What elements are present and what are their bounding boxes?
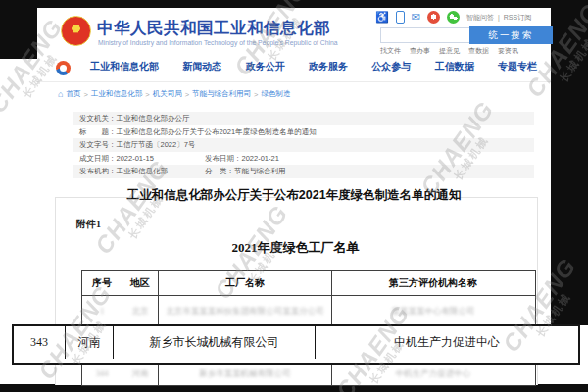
- blurred-row-seq: 1: [82, 295, 122, 326]
- meta-value: 2022-01-21: [242, 154, 279, 163]
- meta-label: 发布日期：: [205, 154, 242, 163]
- blurred-row-agency: 某某某某中心有限公司: [332, 295, 534, 326]
- nav-item-news[interactable]: 新闻动态: [182, 60, 221, 74]
- highlight-row-343: 343 河南 新乡市长城机械有限公司 中机生产力促进中心: [12, 324, 580, 365]
- weibo-icon[interactable]: [427, 11, 440, 24]
- header-divider: [37, 81, 551, 82]
- nav-item-participation[interactable]: 公众参与: [371, 60, 411, 74]
- breadcrumb-separator: >: [185, 90, 189, 99]
- quick-link-find-file[interactable]: 找文件: [380, 46, 401, 56]
- quick-link-data[interactable]: 查数据: [468, 46, 489, 56]
- meta-label: 分 类：: [205, 167, 234, 175]
- frame-right-bar: [551, 8, 588, 325]
- main-nav: 工业和信息化部 新闻动态 政务公开 政务服务 公众参与 工信数据 专题专栏: [90, 60, 537, 74]
- frame-left-bar: [0, 8, 37, 59]
- nav-item-gov-open[interactable]: 政务公开: [246, 60, 285, 74]
- highlight-seq: 343: [14, 326, 66, 359]
- green-factory-list-title: 2021年度绿色工厂名单: [55, 239, 536, 257]
- blurred-row-region: 北京: [122, 295, 158, 326]
- blurred-row-factory: 新乡市某某机械有限公司: [159, 362, 331, 385]
- col-header-factory: 工厂名称: [159, 271, 331, 295]
- search-input[interactable]: [380, 27, 473, 43]
- quick-link-services[interactable]: 查办事: [410, 46, 430, 56]
- breadcrumb-home[interactable]: 首页: [66, 89, 80, 99]
- mobile-icon[interactable]: [396, 11, 405, 24]
- meta-divider: |: [498, 14, 500, 21]
- document-metadata: 发文机关：工业和信息化部办公厅 标 题：工业和信息化部办公厅关于公布2021年度…: [74, 112, 534, 178]
- miit-webpage-screenshot: ★ 中华人民共和国工业和信息化部 Ministry of Industry an…: [0, 0, 588, 392]
- meta-label: 标 题：: [79, 127, 117, 136]
- col-header-region: 地区: [122, 271, 158, 295]
- blurred-row-seq: 344: [82, 362, 122, 385]
- blurred-row-agency: 中机生产力促进中心: [332, 362, 534, 385]
- meta-row-doc-number: 发文字号：工信厅节函〔2022〕7号: [74, 138, 534, 152]
- meta-value: 工业和信息化部办公厅关于公布2021年度绿色制造名单的通知: [117, 127, 317, 136]
- quick-link-news[interactable]: 要资讯: [498, 46, 518, 56]
- meta-value: 工信厅节函〔2022〕7号: [117, 140, 196, 149]
- col-header-agency: 第三方评价机构名称: [332, 271, 534, 295]
- highlight-factory: 新乡市长城机械有限公司: [114, 326, 316, 359]
- blurred-row-factory: 北京市某某某科技集团有限公司某某分公司: [159, 295, 331, 326]
- meta-row-title: 标 题：工业和信息化部办公厅关于公布2021年度绿色制造名单的通知: [74, 125, 534, 139]
- nav-item-ministry[interactable]: 工业和信息化部: [90, 60, 159, 74]
- site-subtitle: Ministry of Industry and Information Tec…: [98, 39, 338, 46]
- highlight-region: 河南: [66, 326, 114, 359]
- meta-label: 发文机关：: [79, 114, 117, 122]
- site-title: 中华人民共和国工业和信息化部: [97, 18, 330, 39]
- meta-value: 工业和信息化部: [117, 167, 169, 175]
- accessibility-icon[interactable]: ♿: [375, 11, 389, 24]
- header-utility-icons: ♿ ✉ 智能问答 | RSS订阅: [375, 10, 531, 24]
- notice-title: 工业和信息化部办公厅关于公布2021年度绿色制造名单的通知: [37, 187, 551, 204]
- attachment-label: 附件1: [76, 218, 101, 231]
- meta-value: 2022-01-15: [117, 154, 154, 163]
- breadcrumb: ⌂ 首页 > 工业和信息化部 > 机关司局 > 节能与综合利用司 > 绿色制造: [58, 89, 291, 99]
- mail-icon[interactable]: ✉: [412, 11, 420, 24]
- breadcrumb-energy-dept[interactable]: 节能与综合利用司: [192, 89, 251, 99]
- nav-item-data[interactable]: 工信数据: [435, 60, 474, 74]
- national-emblem-icon: ★: [61, 16, 91, 46]
- nav-item-gov-services[interactable]: 政务服务: [309, 60, 348, 74]
- meta-row-dates: 成文日期：2022-01-15 发布日期：2022-01-21: [74, 152, 534, 166]
- breadcrumb-separator: >: [254, 90, 258, 99]
- miit-logo-icon[interactable]: [56, 61, 71, 75]
- quick-links: 找文件 查办事 提意见 查数据 要资讯: [380, 46, 518, 56]
- emblem-star: ★: [72, 25, 79, 35]
- meta-label: 成文日期：: [79, 154, 117, 163]
- blurred-row-region: 河南: [122, 362, 158, 385]
- wechat-icon[interactable]: [447, 11, 460, 24]
- rss-link[interactable]: RSS订阅: [504, 13, 531, 23]
- breadcrumb-departments[interactable]: 机关司局: [153, 89, 182, 99]
- breadcrumb-green-manufacturing[interactable]: 绿色制造: [262, 89, 291, 99]
- meta-value: 节能与综合利用: [234, 167, 286, 175]
- meta-label: 发文字号：: [79, 140, 117, 149]
- frame-top-bar: [0, 0, 588, 8]
- highlight-agency: 中机生产力促进中心: [316, 326, 578, 359]
- quick-link-feedback[interactable]: 提意见: [439, 46, 460, 56]
- home-icon[interactable]: ⌂: [58, 89, 63, 99]
- breadcrumb-separator: >: [145, 90, 149, 99]
- qa-link[interactable]: 智能问答: [466, 13, 494, 23]
- meta-value: 工业和信息化部办公厅: [117, 114, 190, 122]
- nav-item-special[interactable]: 专题专栏: [498, 60, 537, 74]
- breadcrumb-separator: >: [83, 90, 87, 99]
- meta-label: 发布机构：: [79, 167, 117, 175]
- meta-row-issuer: 发文机关：工业和信息化部办公厅: [74, 112, 534, 125]
- meta-row-publisher: 发布机构：工业和信息化部 分 类：节能与综合利用: [74, 165, 534, 178]
- col-header-seq: 序号: [82, 271, 122, 295]
- search-button[interactable]: 统一搜索: [469, 26, 553, 44]
- breadcrumb-ministry[interactable]: 工业和信息化部: [91, 89, 143, 99]
